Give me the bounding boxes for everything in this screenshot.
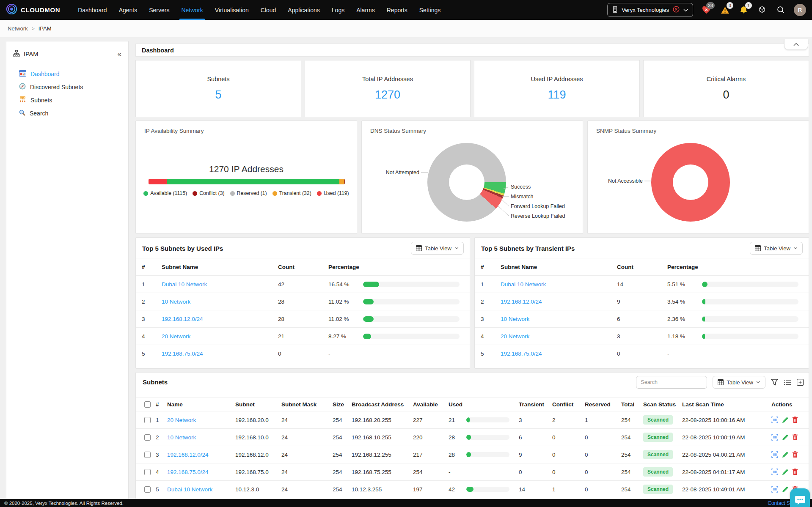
sidebar-item-discovered-subnets[interactable]: Discovered Subnets	[6, 80, 128, 93]
nav-item-logs[interactable]: Logs	[326, 0, 350, 20]
edit-icon[interactable]	[782, 417, 788, 423]
sidebar-item-dashboard[interactable]: Dashboard	[6, 67, 128, 80]
edit-icon[interactable]	[782, 486, 788, 493]
scan-icon[interactable]	[771, 486, 778, 493]
nav-item-dashboard[interactable]: Dashboard	[72, 0, 113, 20]
user-avatar[interactable]: R	[794, 4, 806, 16]
sidebar-collapse-icon[interactable]: «	[118, 50, 121, 58]
tenant-selector[interactable]: Veryx Technologies	[607, 3, 693, 17]
delete-icon[interactable]	[792, 417, 798, 423]
global-search-icon[interactable]	[775, 4, 786, 16]
nav-item-settings[interactable]: Settings	[413, 0, 447, 20]
name-cell: 20 Network	[167, 417, 235, 423]
subnets-search-input[interactable]	[636, 376, 707, 389]
scan-icon[interactable]	[771, 417, 778, 423]
subnet-link[interactable]: 192.168.75.0/24	[501, 351, 542, 357]
subnet-cell: 192.168.20.0	[235, 417, 281, 423]
progress-fill	[363, 282, 379, 287]
edit-icon[interactable]	[782, 434, 788, 441]
scan-icon[interactable]	[771, 451, 778, 458]
breadcrumb-network[interactable]: Network	[8, 25, 28, 32]
conflict-cell: 2	[552, 417, 585, 423]
add-subnet-icon[interactable]	[797, 379, 804, 386]
subnet-link[interactable]: 192.168.12.0/24	[501, 299, 542, 305]
delete-icon[interactable]	[792, 451, 798, 458]
filter-icon[interactable]	[771, 379, 778, 386]
edit-icon[interactable]	[782, 452, 788, 458]
row-checkbox[interactable]	[144, 417, 151, 423]
rank-cell: 2	[156, 434, 167, 441]
subnet-link[interactable]: 10 Network	[167, 434, 196, 441]
subnet-link[interactable]: 192.168.12.0/24	[162, 316, 203, 322]
subnet-link[interactable]: 10 Network	[501, 316, 529, 322]
subnet-link[interactable]: 20 Network	[162, 333, 190, 340]
sidebar-item-label: Discovered Subnets	[30, 84, 83, 90]
count-cell: 14	[617, 281, 667, 288]
subnet-link[interactable]: 10 Network	[162, 299, 190, 305]
nav-item-reports[interactable]: Reports	[381, 0, 413, 20]
clear-tenant-icon[interactable]	[673, 6, 680, 14]
warning-alarms-icon[interactable]: 0	[719, 4, 730, 16]
row-checkbox[interactable]	[144, 434, 151, 441]
progress-fill	[702, 334, 705, 339]
ipam-sidebar: IPAM « DashboardDiscovered SubnetsSubnet…	[6, 41, 129, 499]
subnet-link[interactable]: Dubai 10 Network	[501, 281, 546, 288]
sidebar-item-subnets[interactable]: Subnets	[6, 93, 128, 107]
notifications-bell-icon[interactable]: 1	[738, 4, 749, 16]
scan-status-badge: Scanned	[643, 415, 673, 425]
panel-collapse-tab[interactable]	[784, 39, 808, 50]
edit-icon[interactable]	[782, 469, 788, 475]
column-header-percentage: Percentage	[667, 264, 702, 270]
progress-track	[702, 282, 798, 287]
nav-item-virtualisation[interactable]: Virtualisation	[209, 0, 255, 20]
rank-cell: 1	[142, 281, 162, 288]
sidebar-item-search[interactable]: Search	[6, 107, 128, 120]
footer: © 2020-2025, Veryx Technologies. All Rig…	[0, 499, 812, 507]
table-row: 3192.168.12.0/24192.168.12.024254192.168…	[136, 446, 809, 463]
row-checkbox[interactable]	[144, 469, 151, 475]
topology-icon[interactable]	[757, 4, 768, 16]
top-transient-view-button[interactable]: Table View	[750, 242, 803, 255]
delete-icon[interactable]	[792, 434, 798, 441]
nav-item-agents[interactable]: Agents	[113, 0, 143, 20]
critical-alarms-icon[interactable]: 33	[701, 4, 712, 16]
subnet-link[interactable]: 192.168.12.0/24	[167, 452, 209, 458]
chat-widget-button[interactable]	[790, 488, 810, 507]
size-cell: 254	[333, 452, 352, 458]
total-cell: 254	[621, 452, 643, 458]
subnets-view-button[interactable]: Table View	[713, 376, 765, 389]
nav-item-applications[interactable]: Applications	[282, 0, 326, 20]
subnet-link[interactable]: 192.168.75.0/24	[167, 469, 209, 475]
subnet-mask-cell: 24	[281, 452, 333, 458]
used-cell: 21	[449, 417, 466, 423]
column-header-#: #	[156, 401, 167, 408]
scan-icon[interactable]	[771, 469, 778, 475]
nav-item-cloud[interactable]: Cloud	[255, 0, 282, 20]
legend-label: Transient (32)	[279, 190, 311, 196]
subnet-link[interactable]: 192.168.75.0/24	[162, 351, 203, 357]
reserved-cell: 0	[585, 469, 621, 475]
column-list-icon[interactable]	[784, 379, 791, 385]
nav-item-servers[interactable]: Servers	[143, 0, 175, 20]
main-nav: DashboardAgentsServersNetworkVirtualisat…	[72, 0, 446, 20]
subnet-link[interactable]: 20 Network	[167, 417, 196, 423]
nav-item-network[interactable]: Network	[175, 0, 209, 20]
broadcast-cell: 192.168.10.255	[352, 434, 413, 441]
row-checkbox[interactable]	[144, 452, 151, 458]
subnet-name-cell: 10 Network	[162, 299, 278, 305]
percentage-cell: -	[667, 351, 702, 357]
used-bar-cell	[466, 435, 519, 440]
select-all-checkbox[interactable]	[144, 401, 151, 408]
scan-icon[interactable]	[771, 434, 778, 441]
delete-icon[interactable]	[792, 469, 798, 475]
subnet-link[interactable]: Dubai 10 Network	[167, 486, 212, 493]
used-bar-cell	[466, 487, 519, 492]
nav-item-alarms[interactable]: Alarms	[350, 0, 381, 20]
subnet-link[interactable]: 20 Network	[501, 333, 529, 340]
top-used-view-button[interactable]: Table View	[411, 242, 464, 255]
row-checkbox[interactable]	[144, 486, 151, 493]
brand: CLOUDMON	[6, 3, 60, 16]
subnet-link[interactable]: Dubai 10 Network	[162, 281, 207, 288]
cloudmon-logo-icon	[6, 3, 17, 16]
subnet-name-cell: 192.168.75.0/24	[501, 351, 617, 357]
